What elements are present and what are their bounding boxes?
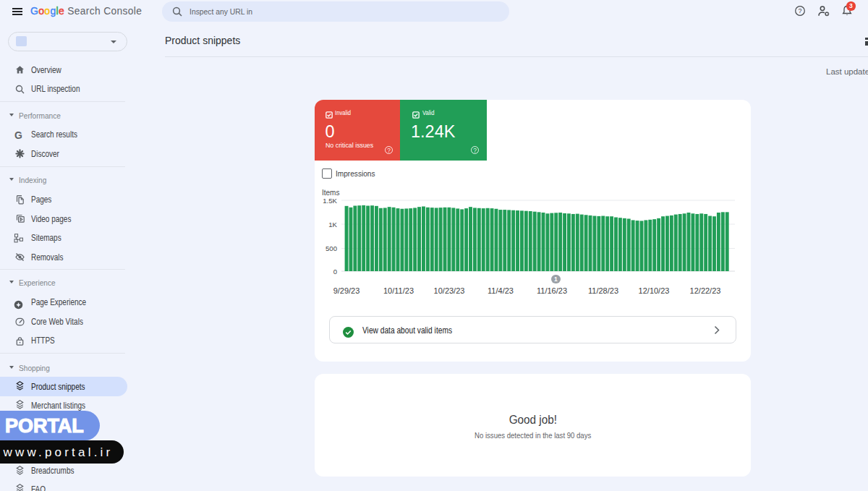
svg-text:?: ? [798, 7, 801, 14]
